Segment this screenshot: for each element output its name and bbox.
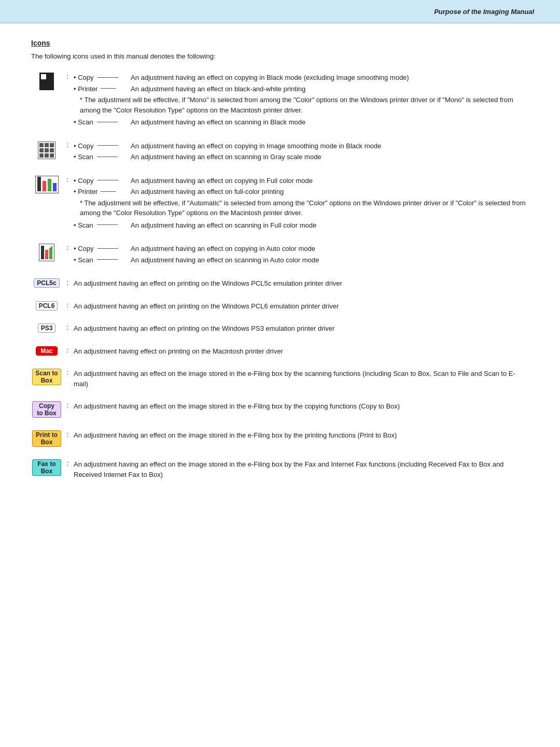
- colon-11: :: [62, 428, 73, 449]
- table-row: : • Copy An adjustment having an effect …: [31, 174, 529, 234]
- bullet-copy-color: • Copy: [74, 176, 131, 186]
- icon-pcl5c: PCL5c: [31, 276, 62, 291]
- text-copy-black: An adjustment having an effect on copyin…: [131, 73, 528, 83]
- desc-print-to-box: An adjustment having an effect on the im…: [73, 428, 529, 449]
- header-title: Purpose of the Imaging Manual: [434, 8, 534, 16]
- table-row: Print to Box : An adjustment having an e…: [31, 428, 529, 449]
- desc-auto: • Copy An adjustment having an effect on…: [73, 242, 529, 268]
- desc-copy-box: An adjustment having an effect on the im…: [73, 399, 529, 420]
- text-scan-smooth: An adjustment having an effect on scanni…: [131, 152, 528, 162]
- bullet-printer-black: • Printer: [74, 84, 131, 94]
- icon-auto: ?: [31, 242, 62, 268]
- main-content: Icons The following icons used in this m…: [0, 23, 560, 502]
- table-row: Mac : An adjustment having effect on pri…: [31, 344, 529, 359]
- colon-10: :: [62, 399, 73, 420]
- desc-mac: An adjustment having effect on printing …: [73, 344, 529, 359]
- desc-fax-to-box: An adjustment having an effect on the im…: [73, 457, 529, 482]
- badge-print-to-box: Print to Box: [32, 430, 61, 447]
- table-row: Scan to Box : An adjustment having an ef…: [31, 367, 529, 391]
- bullet-scan-auto: • Scan: [74, 255, 131, 265]
- icon-pcl6: PCL6: [31, 299, 62, 314]
- table-row: : • Copy An adjustment having an effect …: [31, 71, 529, 131]
- colon-5: :: [62, 276, 73, 291]
- bullet-copy-black: • Copy: [74, 73, 131, 83]
- badge-scan-to-box: Scan to Box: [32, 369, 61, 385]
- note-black: * The adjustment will be effective, if "…: [74, 95, 528, 115]
- bullet-printer-color: • Printer: [74, 187, 131, 197]
- desc-smoothing: • Copy An adjustment having an effect on…: [73, 139, 529, 165]
- desc-pcl6: An adjustment having an effect on printi…: [73, 299, 529, 314]
- desc-scan-to-box: An adjustment having an effect on the im…: [73, 367, 529, 391]
- bullet-scan-black: • Scan: [74, 117, 131, 128]
- table-row: PS3 : An adjustment having an effect on …: [31, 321, 529, 336]
- icon-color: [31, 174, 62, 234]
- bullet-copy-smooth: • Copy: [74, 141, 131, 151]
- badge-copy-box: Copy to Box: [32, 401, 61, 418]
- desc-color: • Copy An adjustment having an effect on…: [73, 174, 529, 234]
- table-row: PCL6 : An adjustment having an effect on…: [31, 299, 529, 314]
- colon-7: :: [62, 321, 73, 336]
- text-scan-auto: An adjustment having an effect on scanni…: [131, 255, 528, 265]
- top-bar: Purpose of the Imaging Manual: [0, 0, 560, 23]
- colon-9: :: [62, 367, 73, 391]
- desc-black-mode: • Copy An adjustment having an effect on…: [73, 71, 529, 131]
- colon-12: :: [62, 457, 73, 482]
- table-row: Copy to Box : An adjustment having an ef…: [31, 399, 529, 420]
- badge-ps3: PS3: [38, 323, 56, 333]
- colon-1: :: [62, 71, 73, 131]
- colon-8: :: [62, 344, 73, 359]
- desc-ps3: An adjustment having an effect on printi…: [73, 321, 529, 336]
- note-color: * The adjustment will be effective, if "…: [74, 198, 528, 218]
- icon-smoothing: [31, 139, 62, 165]
- bullet-copy-auto: • Copy: [74, 244, 131, 254]
- colon-6: :: [62, 299, 73, 314]
- text-copy-auto: An adjustment having an effect on copyin…: [131, 244, 528, 254]
- table-row: Fax to Box : An adjustment having an eff…: [31, 457, 529, 482]
- colon-2: :: [62, 139, 73, 165]
- colon-4: :: [62, 242, 73, 268]
- badge-fax-to-box: Fax to Box: [32, 459, 61, 476]
- icon-copy-box: Copy to Box: [31, 399, 62, 420]
- intro-text: The following icons used in this manual …: [31, 52, 529, 60]
- icon-mac: Mac: [31, 344, 62, 359]
- text-printer-black: An adjustment having an effect on black-…: [131, 84, 528, 94]
- table-row: PCL5c : An adjustment having an effect o…: [31, 276, 529, 291]
- badge-mac: Mac: [36, 346, 57, 356]
- text-scan-black: An adjustment having an effect on scanni…: [131, 117, 528, 128]
- section-title: Icons: [31, 39, 529, 47]
- icon-black-mode: [31, 71, 62, 131]
- text-copy-smooth: An adjustment having an effect on copyin…: [131, 141, 528, 151]
- colon-3: :: [62, 174, 73, 234]
- text-copy-color: An adjustment having an effect on copyin…: [131, 176, 528, 186]
- badge-pcl5c: PCL5c: [34, 278, 59, 288]
- icon-ps3: PS3: [31, 321, 62, 336]
- icon-print-to-box: Print to Box: [31, 428, 62, 449]
- icons-table: : • Copy An adjustment having an effect …: [31, 71, 529, 482]
- text-printer-color: An adjustment having an effect on full-c…: [131, 187, 528, 197]
- bullet-scan-smooth: • Scan: [74, 152, 131, 162]
- table-row: : • Copy An adjustment having an effect …: [31, 139, 529, 165]
- icon-fax-to-box: Fax to Box: [31, 457, 62, 482]
- desc-pcl5c: An adjustment having an effect on printi…: [73, 276, 529, 291]
- icon-scan-to-box: Scan to Box: [31, 367, 62, 391]
- badge-pcl6: PCL6: [36, 301, 58, 311]
- table-row: ? : • Copy An adjustment having an effec…: [31, 242, 529, 268]
- text-scan-color: An adjustment having an effect on scanni…: [131, 220, 528, 231]
- bullet-scan-color: • Scan: [74, 220, 131, 231]
